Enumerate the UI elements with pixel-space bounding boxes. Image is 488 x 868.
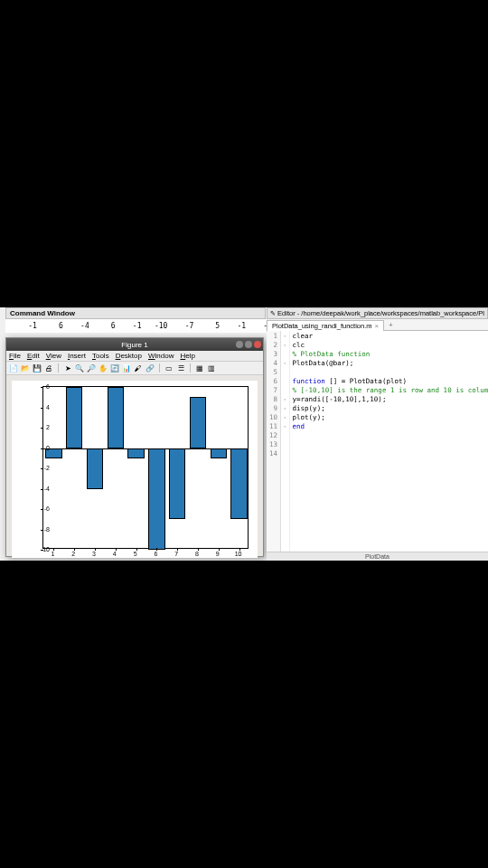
grid-icon[interactable]: ▥: [207, 363, 216, 373]
plot-area[interactable]: -10-8-6-4-2024612345678910: [12, 381, 258, 558]
x-tick-label: 6: [154, 551, 157, 557]
axes-icon[interactable]: ▦: [195, 363, 204, 373]
y-tick-label: -10: [33, 546, 50, 552]
breakpoint-column[interactable]: - - - - - - -: [281, 331, 290, 555]
zoom-out-icon[interactable]: 🔎: [87, 363, 96, 373]
line-gutter: 1 2 3 4 5 6 7 8 9 10 11 12 13 14: [267, 331, 281, 555]
datacursor-icon[interactable]: 📊: [122, 363, 131, 373]
pointer-icon[interactable]: ➤: [63, 363, 72, 373]
y-tick-label: -4: [33, 485, 50, 491]
x-tick-label: 8: [195, 551, 199, 557]
brush-icon[interactable]: 🖌: [134, 363, 143, 373]
chart-axes: [42, 386, 249, 549]
command-window: Command Window -1 6 -4 6 -1 -10 -7 5 -1 …: [5, 307, 266, 333]
y-tick-label: -6: [33, 505, 50, 512]
close-icon[interactable]: [254, 341, 261, 348]
code-area[interactable]: clear clc % PlotData function PlotData(@…: [290, 331, 488, 555]
x-tick-label: 4: [113, 551, 117, 557]
y-tick-label: 2: [33, 424, 50, 430]
pan-icon[interactable]: ✋: [99, 363, 108, 373]
tab-add-button[interactable]: +: [384, 321, 397, 329]
bar: [190, 397, 206, 448]
bar: [169, 448, 185, 520]
figure-title: Figure 1: [121, 341, 147, 349]
y-tick-label: 4: [33, 403, 50, 410]
rotate-icon[interactable]: 🔄: [110, 363, 119, 373]
x-tick-label: 10: [235, 551, 242, 557]
x-tick-label: 1: [51, 551, 54, 557]
maximize-icon[interactable]: [245, 341, 252, 348]
editor-tabs: PlotData_using_randi_function.m × +: [267, 319, 488, 331]
editor-icon: ✎: [270, 310, 276, 316]
menu-help[interactable]: Help: [180, 352, 194, 360]
bar: [108, 387, 124, 448]
figure-toolbar: 📄 📂 💾 🖨 ➤ 🔍 🔎 ✋ 🔄 📊 🖌 🔗 ▭ ☰ ▦ ▥: [6, 362, 263, 375]
menu-insert[interactable]: Insert: [68, 352, 86, 360]
bar: [66, 387, 82, 448]
legend-icon[interactable]: ☰: [176, 363, 185, 373]
x-tick-label: 5: [134, 551, 137, 557]
menu-edit[interactable]: Edit: [27, 352, 40, 360]
y-tick-label: -2: [33, 465, 50, 471]
editor-tab-active[interactable]: PlotData_using_randi_function.m ×: [267, 320, 384, 331]
new-icon[interactable]: 📄: [9, 363, 18, 373]
editor-panel: ✎ Editor - /home/deepak/work_place/works…: [267, 307, 488, 561]
x-tick-label: 7: [174, 551, 178, 557]
bar: [87, 448, 103, 489]
x-tick-label: 3: [92, 551, 96, 557]
tab-label: PlotData_using_randi_function.m: [272, 322, 372, 330]
menu-file[interactable]: File: [9, 352, 21, 360]
editor-title: ✎ Editor - /home/deepak/work_place/works…: [267, 307, 488, 319]
link-icon[interactable]: 🔗: [145, 363, 155, 373]
editor-status: PlotData: [267, 552, 488, 561]
colorbar-icon[interactable]: ▭: [164, 363, 174, 373]
x-tick-label: 2: [71, 551, 75, 557]
bar: [211, 448, 227, 458]
print-icon[interactable]: 🖨: [44, 363, 53, 373]
tab-close-icon[interactable]: ×: [375, 323, 380, 330]
command-output[interactable]: -1 6 -4 6 -1 -10 -7 5 -1 -7: [5, 319, 266, 333]
figure-window: Figure 1 File Edit View Insert Tools Des…: [5, 337, 264, 557]
zoom-in-icon[interactable]: 🔍: [75, 363, 84, 373]
save-icon[interactable]: 💾: [33, 363, 42, 373]
figure-menubar: File Edit View Insert Tools Desktop Wind…: [6, 351, 263, 362]
x-tick-label: 9: [216, 551, 220, 557]
bar: [148, 448, 164, 551]
bar: [230, 448, 247, 520]
menu-desktop[interactable]: Desktop: [116, 352, 142, 360]
y-tick-label: 6: [33, 383, 50, 390]
command-window-title: Command Window: [5, 307, 266, 319]
figure-titlebar[interactable]: Figure 1: [6, 338, 263, 351]
menu-tools[interactable]: Tools: [92, 352, 109, 360]
y-tick-label: -8: [33, 525, 50, 532]
open-icon[interactable]: 📂: [21, 363, 30, 373]
y-tick-label: 0: [33, 444, 50, 450]
minimize-icon[interactable]: [236, 341, 243, 348]
editor-body[interactable]: 1 2 3 4 5 6 7 8 9 10 11 12 13 14 - - - -…: [267, 331, 488, 555]
bar: [127, 448, 144, 458]
menu-view[interactable]: View: [46, 352, 61, 360]
menu-window[interactable]: Window: [148, 352, 174, 360]
